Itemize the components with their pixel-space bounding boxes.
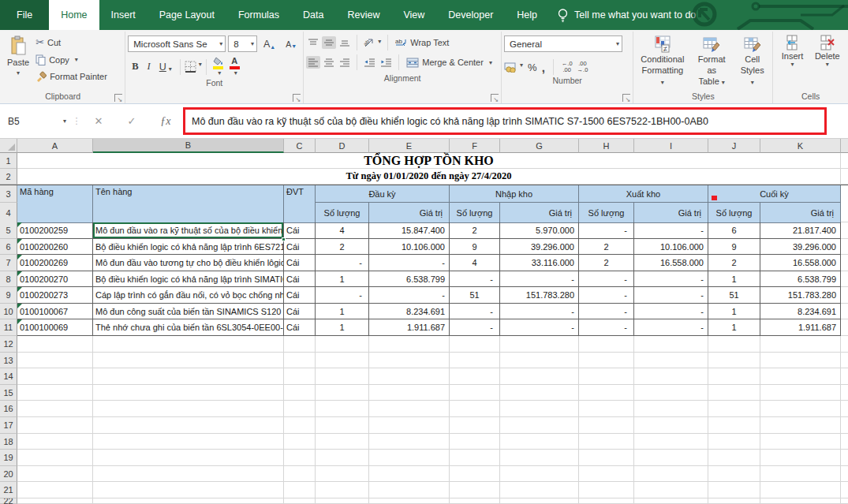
cell-G13[interactable]: [500, 353, 579, 368]
row-header-1[interactable]: 1: [0, 153, 17, 169]
fill-handle[interactable]: [282, 237, 286, 241]
header-dvt[interactable]: ĐVT: [284, 185, 316, 223]
cell-H18[interactable]: [579, 434, 634, 450]
align-top-button[interactable]: [306, 36, 320, 49]
cell-H19[interactable]: [579, 450, 634, 466]
grow-font-button[interactable]: A▲: [260, 37, 279, 51]
tab-review[interactable]: Review: [335, 0, 391, 30]
cell-H15[interactable]: [579, 385, 634, 401]
row-header-17[interactable]: 17: [0, 417, 17, 434]
cell-H20[interactable]: [579, 466, 634, 482]
cell-D22[interactable]: [316, 498, 369, 504]
cell-G7[interactable]: 33.116.000: [500, 255, 579, 271]
cell-H14[interactable]: [579, 368, 634, 385]
cell-C5[interactable]: Cái: [284, 222, 316, 239]
cell-A14[interactable]: [17, 368, 93, 385]
tab-data[interactable]: Data: [291, 0, 335, 30]
wrap-text-button[interactable]: ab Wrap Text: [393, 37, 451, 49]
cell-J20[interactable]: [708, 466, 760, 482]
cell-B21[interactable]: [93, 482, 284, 498]
cell-D7[interactable]: -: [316, 255, 369, 271]
cell-G14[interactable]: [500, 368, 579, 385]
cell-K22[interactable]: [760, 498, 841, 504]
cell-D6[interactable]: 2: [316, 239, 369, 255]
subheader-so-luong[interactable]: Số lượng: [316, 203, 369, 223]
cell-C7[interactable]: Cái: [284, 255, 316, 271]
subheader-gia-tri[interactable]: Giá trị: [760, 203, 841, 223]
cell-H8[interactable]: -: [579, 271, 634, 287]
cell-B22[interactable]: [93, 498, 284, 504]
column-header-F[interactable]: F: [450, 139, 500, 153]
cell-E16[interactable]: [369, 401, 450, 417]
cell-G11[interactable]: -: [500, 319, 579, 336]
cell-A8[interactable]: 0100200270: [17, 271, 93, 287]
cell-B20[interactable]: [93, 466, 284, 482]
cell-F22[interactable]: [450, 498, 500, 504]
cell-I20[interactable]: [634, 466, 708, 482]
cell-E6[interactable]: 10.106.000: [369, 239, 450, 255]
number-format-select[interactable]: General ▾: [504, 35, 622, 52]
subheader-so-luong[interactable]: Số lượng: [708, 203, 760, 223]
cell-F11[interactable]: -: [450, 319, 500, 336]
cell-D20[interactable]: [316, 466, 369, 482]
cell-G20[interactable]: [500, 466, 579, 482]
row-header-12[interactable]: 12: [0, 336, 17, 353]
cell-H10[interactable]: -: [579, 304, 634, 319]
row-header-6[interactable]: 6: [0, 239, 17, 255]
tab-home[interactable]: Home: [49, 0, 99, 30]
cell-A16[interactable]: [17, 401, 93, 417]
cell-H12[interactable]: [579, 336, 634, 353]
cell-A18[interactable]: [17, 434, 93, 450]
row-header-20[interactable]: 20: [0, 466, 17, 482]
cell-I21[interactable]: [634, 482, 708, 498]
cell-C20[interactable]: [284, 466, 316, 482]
font-dialog-launcher[interactable]: ↘: [293, 94, 301, 102]
cell-G12[interactable]: [500, 336, 579, 353]
cell-C16[interactable]: [284, 401, 316, 417]
tab-file[interactable]: File: [0, 0, 49, 30]
cell-J12[interactable]: [708, 336, 760, 353]
accounting-format-button[interactable]: [504, 62, 523, 73]
increase-decimal-button[interactable]: ←.0.00: [562, 61, 573, 74]
row-header-13[interactable]: 13: [0, 353, 17, 368]
cell-K16[interactable]: [760, 401, 841, 417]
cell-K21[interactable]: [760, 482, 841, 498]
cell-E20[interactable]: [369, 466, 450, 482]
column-header-B[interactable]: B: [93, 139, 284, 153]
cell-G17[interactable]: [500, 417, 579, 434]
alignment-dialog-launcher[interactable]: ↘: [491, 94, 499, 102]
column-header-G[interactable]: G: [500, 139, 579, 153]
cell-H7[interactable]: 2: [579, 255, 634, 271]
cell-F10[interactable]: -: [450, 304, 500, 319]
cell-I10[interactable]: -: [634, 304, 708, 319]
cell-J14[interactable]: [708, 368, 760, 385]
cell-A13[interactable]: [17, 353, 93, 368]
cell-C17[interactable]: [284, 417, 316, 434]
tell-me[interactable]: Tell me what you want to do: [549, 0, 704, 30]
format-painter-button[interactable]: Format Painter: [33, 70, 110, 83]
tab-developer[interactable]: Developer: [436, 0, 505, 30]
cell-K7[interactable]: 16.558.000: [760, 255, 841, 271]
cell-I11[interactable]: -: [634, 319, 708, 336]
bold-button[interactable]: B: [128, 59, 142, 74]
cell-C19[interactable]: [284, 450, 316, 466]
cell-K5[interactable]: 21.817.400: [760, 222, 841, 239]
subheader-gia-tri[interactable]: Giá trị: [369, 203, 450, 223]
cell-F18[interactable]: [450, 434, 500, 450]
name-box-splitter[interactable]: ⋮: [71, 104, 82, 138]
cell-I5[interactable]: -: [634, 222, 708, 239]
cell-K8[interactable]: 6.538.799: [760, 271, 841, 287]
cell-A5[interactable]: 0100200259: [17, 222, 93, 239]
fill-color-button[interactable]: [211, 56, 226, 77]
row-header-21[interactable]: 21: [0, 482, 17, 498]
conditional-formatting-button[interactable]: ≠ ConditionalFormatting ▾: [636, 33, 689, 89]
cell-F8[interactable]: -: [450, 271, 500, 287]
cell-J5[interactable]: 6: [708, 222, 760, 239]
cell-D8[interactable]: 1: [316, 271, 369, 287]
font-size-select[interactable]: 8 ▾: [228, 35, 257, 52]
cell-D17[interactable]: [316, 417, 369, 434]
subheader-so-luong[interactable]: Số lượng: [579, 203, 634, 223]
cell-J22[interactable]: [708, 498, 760, 504]
align-left-button[interactable]: [306, 56, 320, 69]
cell-G22[interactable]: [500, 498, 579, 504]
